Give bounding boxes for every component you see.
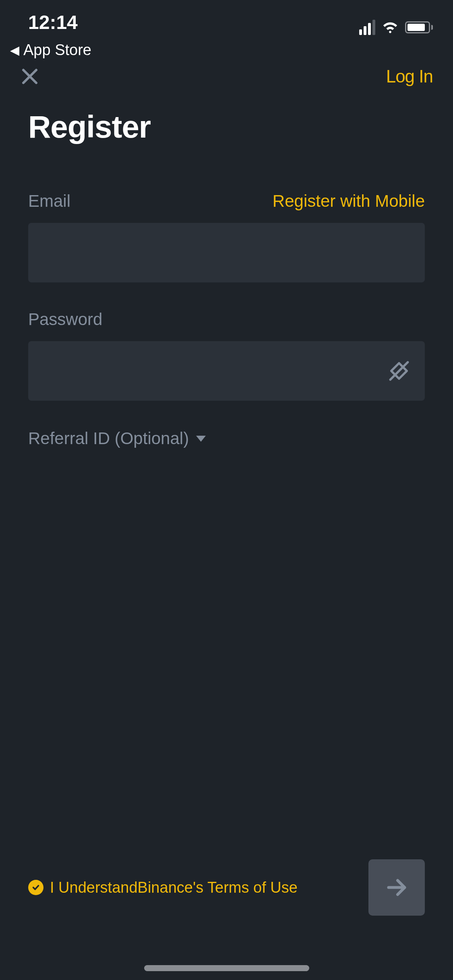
status-bar: 12:14 ◀ App Store (0, 0, 453, 52)
email-input[interactable] (28, 223, 425, 282)
terms-checkbox[interactable]: I UnderstandBinance's Terms of Use (28, 879, 298, 896)
toggle-password-visibility-icon[interactable] (387, 359, 411, 383)
password-input[interactable] (28, 341, 425, 401)
referral-label: Referral ID (Optional) (28, 429, 189, 448)
terms-text: I UnderstandBinance's Terms of Use (50, 879, 298, 896)
footer: I UnderstandBinance's Terms of Use (28, 859, 425, 916)
battery-icon (405, 21, 433, 33)
nav-bar: Log In (0, 52, 453, 97)
login-link[interactable]: Log In (386, 66, 433, 86)
content-area: Register Email Register with Mobile Pass… (0, 97, 453, 448)
email-field-group: Email Register with Mobile (28, 191, 425, 282)
email-label: Email (28, 191, 70, 211)
back-to-appstore-link[interactable]: ◀ App Store (10, 41, 91, 59)
close-icon[interactable] (20, 67, 39, 86)
password-label: Password (28, 310, 102, 329)
check-icon (28, 880, 43, 895)
password-field-group: Password (28, 310, 425, 401)
wifi-icon (381, 19, 399, 35)
home-indicator[interactable] (144, 965, 309, 971)
status-time: 12:14 (28, 11, 91, 33)
register-with-mobile-link[interactable]: Register with Mobile (273, 191, 425, 211)
submit-button[interactable] (368, 859, 425, 916)
back-caret-icon: ◀ (10, 43, 19, 57)
cellular-signal-icon (359, 20, 375, 35)
page-title: Register (28, 109, 425, 145)
chevron-down-icon (196, 436, 206, 442)
back-to-appstore-label: App Store (23, 41, 91, 59)
arrow-right-icon (385, 875, 409, 900)
referral-id-toggle[interactable]: Referral ID (Optional) (28, 429, 425, 448)
